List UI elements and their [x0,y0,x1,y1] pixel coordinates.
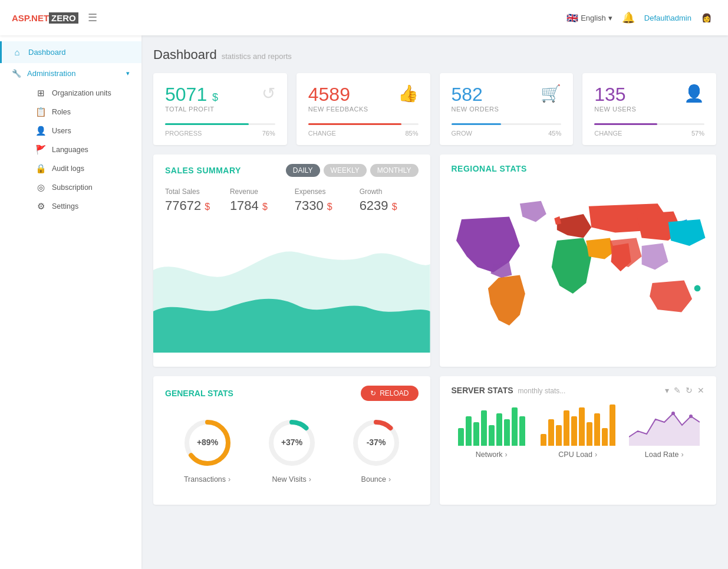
server-stats-card: SERVER STATS monthly stats... ▾ ✎ ↻ ✕ [440,376,717,505]
sidebar-item-roles[interactable]: 📋 Roles [12,103,141,121]
middle-row: SALES SUMMARY DAILY WEEKLY MONTHLY Total… [153,154,716,367]
sidebar-item-org-units[interactable]: ⊞ Organization units [12,84,141,103]
bar [481,410,487,446]
orders-footer-left: GROW [452,130,472,137]
language-label: English [581,14,606,22]
bar [512,407,518,446]
bar [594,413,600,446]
bounce-arrow-icon: › [388,475,391,484]
general-stats-card: GENERAL STATS ↻ RELOAD +89% [153,376,430,505]
bar [466,416,472,446]
sales-stat-growth: Growth 6239 $ [360,188,419,213]
growth-value: 6239 $ [360,198,419,213]
tab-weekly[interactable]: WEEKLY [324,164,367,177]
transactions-donut-text: +89% [196,438,218,447]
user-label: Default\admin [644,14,691,22]
transactions-label: Transactions › [184,475,230,484]
bar [473,422,479,446]
feedbacks-value: 4589 [308,84,368,106]
bar [458,428,464,446]
sales-title: SALES SUMMARY [165,166,241,175]
stat-card-users-top: 135 NEW USERS 👤 [594,84,704,120]
stat-card-profit-value-group: 5071 $ TOTAL PROFIT [165,84,218,120]
server-subtitle: monthly stats... [518,387,566,395]
regional-header: REGIONAL STATS [440,154,717,178]
flag-icon: 🇬🇧 [566,12,578,24]
page-title-text: Dashboard [153,47,217,63]
bar [496,413,502,446]
totalsales-value: 77672 $ [165,198,224,213]
feedbacks-footer: CHANGE 85% [308,130,419,137]
area-chart [153,223,430,353]
languages-icon: 🚩 [35,144,46,155]
page-subtitle: statistics and reports [222,52,292,61]
close-icon[interactable]: ✕ [697,386,704,395]
new-visits-label: New Visits › [272,475,311,484]
settings-icon: ⚙ [35,201,46,212]
feedbacks-label: NEW FEEDBACKS [308,106,368,113]
refresh-icon[interactable]: ↻ [686,386,693,395]
world-map-svg [446,187,711,358]
chevron-icon: ▾ [126,70,130,77]
bar [519,416,525,446]
stat-card-users-value-group: 135 NEW USERS [594,84,636,120]
profit-footer: PROGRESS 76% [165,130,275,137]
layout: ⌂ Dashboard 🔧 Administration ▾ ⊞ Organiz… [0,0,728,569]
orders-bar-container [452,123,562,125]
stat-card-orders-top: 582 NEW ORDERS 🛒 [452,84,562,120]
bar [564,410,569,446]
network-label: Network › [476,450,508,459]
collapse-icon[interactable]: ▾ [665,386,669,395]
bar [610,404,615,446]
totalsales-label: Total Sales [165,188,224,196]
pin-icon[interactable]: ✎ [674,386,681,395]
stat-card-feedbacks-top: 4589 NEW FEEDBACKS 👍 [308,84,419,120]
admin-left: 🔧 Administration [12,69,75,78]
bar [587,422,592,446]
feedbacks-footer-left: CHANGE [308,130,336,137]
sidebar-item-users[interactable]: 👤 Users [12,121,141,140]
expenses-value: 7330 $ [295,198,354,213]
orders-value: 582 [452,84,499,106]
admin-submenu: ⊞ Organization units 📋 Roles 👤 Users 🚩 L… [0,84,141,216]
cpu-chart-item: CPU Load › [538,404,618,459]
sidebar-item-audit-logs[interactable]: 🔒 Audit logs [12,159,141,178]
notification-bell-icon[interactable]: 🔔 [622,11,635,24]
main-content: Dashboard statistics and reports 5071 $ … [141,35,728,569]
new-visits-donut-svg: +37% [265,416,318,469]
sidebar-item-languages[interactable]: 🚩 Languages [12,140,141,159]
audit-icon: 🔒 [35,163,46,174]
transactions-label-text: Transactions [184,475,226,484]
new-visits-arrow-icon: › [309,475,311,484]
orders-footer: GROW 45% [452,130,562,137]
language-selector[interactable]: 🇬🇧 English ▾ [566,12,612,24]
regional-stats-card: REGIONAL STATS [440,154,717,367]
server-title: SERVER STATS [452,386,513,395]
user-menu[interactable]: Default\admin 👩 [644,8,716,28]
cpu-label-text: CPU Load [558,450,592,459]
reload-button[interactable]: ↻ RELOAD [361,386,418,401]
sidebar-item-administration[interactable]: 🔧 Administration ▾ [0,63,141,84]
hamburger-button[interactable]: ☰ [88,11,97,24]
orders-footer-right: 45% [548,130,561,137]
users-label: NEW USERS [594,106,636,113]
donut-new-visits: +37% New Visits › [265,416,318,484]
network-label-text: Network [476,450,503,459]
svg-point-7 [671,412,675,415]
languages-label: Languages [52,146,88,154]
sidebar-item-settings[interactable]: ⚙ Settings [12,197,141,216]
bar [579,407,585,446]
tab-monthly[interactable]: MONTHLY [370,164,419,177]
transactions-arrow-icon: › [228,475,230,484]
stat-card-profit: 5071 $ TOTAL PROFIT ↺ PROGRESS 76% [153,73,287,145]
cpu-label: CPU Load › [558,450,597,459]
profit-bar [165,123,249,125]
feedbacks-bar [308,123,402,125]
roles-label: Roles [52,108,71,116]
sidebar-item-dashboard[interactable]: ⌂ Dashboard [0,41,141,63]
svg-point-0 [694,285,700,292]
tab-daily[interactable]: DAILY [286,164,320,177]
sidebar-item-subscription[interactable]: ◎ Subscription [12,178,141,197]
world-map [440,178,717,367]
users-icon: 👤 [35,126,46,136]
